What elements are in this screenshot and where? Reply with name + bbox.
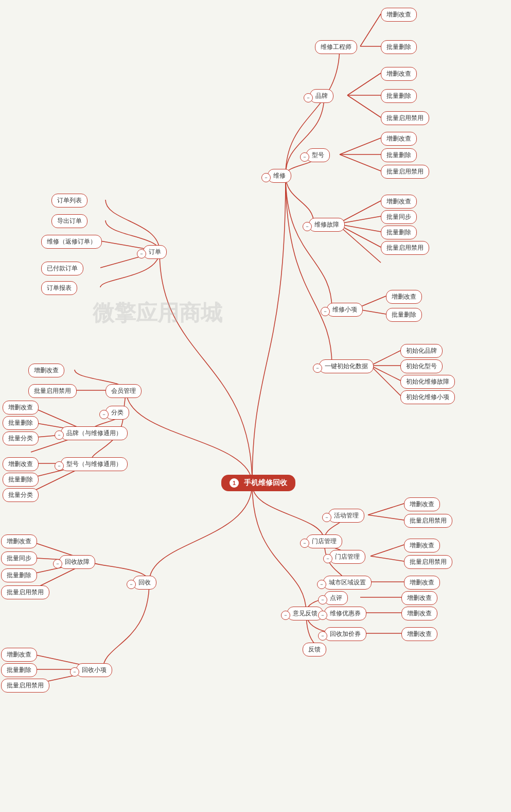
collapse-xh-weixiu[interactable]: － (55, 461, 64, 471)
leaf-hsgz-4[interactable]: 批量启用禁用 (1, 585, 49, 599)
node-weixiu[interactable]: 维修 (268, 169, 291, 183)
collapse-youhuiquan[interactable]: － (318, 611, 327, 620)
leaf-wxgz-3[interactable]: 批量删除 (381, 226, 417, 239)
leaf-cs-1[interactable]: 增删改查 (404, 576, 440, 590)
leaf-pp-1[interactable]: 增删改查 (381, 67, 417, 81)
collapse-mendian-sub[interactable]: － (323, 554, 332, 563)
node-fankui-label: 反馈 (303, 643, 326, 656)
leaf-init-2[interactable]: 初始化型号 (400, 359, 443, 373)
node-gongchengshi-label: 维修工程师 (315, 40, 357, 54)
node-mendian-sub[interactable]: 门店管理 (329, 550, 365, 564)
leaf-md-1[interactable]: 增删改查 (404, 539, 440, 552)
node-gongchengshi[interactable]: 维修工程师 (315, 40, 357, 54)
node-pp-weixiu-label: 品牌（与维修通用） (61, 426, 128, 440)
node-pp-weixiu[interactable]: 品牌（与维修通用） (61, 426, 128, 440)
leaf-wxxiang-2[interactable]: 批量删除 (386, 308, 422, 322)
leaf-xh-3[interactable]: 批量启用禁用 (381, 165, 429, 179)
leaf-wxgz-2[interactable]: 批量同步 (381, 210, 417, 224)
leaf-xhwx-1[interactable]: 增删改查 (3, 457, 39, 471)
collapse-huishou[interactable]: － (127, 580, 136, 589)
node-fenlei[interactable]: 分类 (105, 406, 129, 420)
leaf-md-2[interactable]: 批量启用禁用 (404, 555, 452, 569)
collapse-chengshi[interactable]: － (317, 580, 326, 589)
leaf-hy-2[interactable]: 批量启用禁用 (28, 384, 77, 398)
collapse-huishouxiaoxiang[interactable]: － (70, 667, 79, 677)
collapse-fenlei[interactable]: － (99, 410, 109, 419)
leaf-hsgz-1[interactable]: 增删改查 (1, 534, 37, 548)
collapse-yijian[interactable]: － (281, 611, 290, 620)
leaf-ppwx-1[interactable]: 增删改查 (3, 401, 39, 414)
leaf-ppwx-2[interactable]: 批量删除 (3, 416, 39, 430)
root-node[interactable]: 1 手机维修回收 (221, 475, 295, 491)
leaf-hd-2[interactable]: 批量启用禁用 (404, 514, 452, 528)
node-dingdan[interactable]: 订单 (143, 245, 167, 259)
leaf-hsxx-2[interactable]: 批量删除 (1, 663, 37, 677)
node-jiajia[interactable]: 回收加价券 (324, 627, 366, 641)
node-weixiuxiaoxiang[interactable]: 维修小项 (327, 303, 363, 317)
node-chushihua[interactable]: 一键初始化数据 (319, 359, 374, 373)
collapse-dingdan[interactable]: － (137, 249, 146, 258)
node-weixiuguzhang-label: 维修故障 (309, 218, 345, 232)
root-label: 手机维修回收 (244, 478, 287, 487)
collapse-jiajia[interactable]: － (318, 631, 327, 641)
leaf-dd-3[interactable]: 维修（返修订单） (41, 235, 102, 249)
leaf-xh-1[interactable]: 增删改查 (381, 132, 417, 146)
leaf-pp-3[interactable]: 批量启用禁用 (381, 111, 429, 125)
leaf-pp-2[interactable]: 批量删除 (381, 89, 417, 103)
leaf-wxgz-1[interactable]: 增删改查 (381, 195, 417, 209)
leaf-ppwx-3[interactable]: 批量分类 (3, 431, 39, 445)
leaf-gcs-2[interactable]: 批量删除 (381, 40, 417, 54)
node-xinghao[interactable]: 型号 (306, 148, 330, 162)
collapse-mendian[interactable]: － (300, 539, 309, 548)
leaf-dd-2[interactable]: 导出订单 (51, 214, 87, 228)
leaf-jjq-1[interactable]: 增删改查 (401, 627, 437, 641)
leaf-hsgz-2[interactable]: 批量同步 (1, 551, 37, 565)
leaf-init-4[interactable]: 初始化维修小项 (400, 390, 455, 404)
leaf-init-1[interactable]: 初始化品牌 (400, 344, 443, 358)
leaf-dp-1[interactable]: 增删改查 (401, 591, 437, 605)
node-fankui[interactable]: 反馈 (303, 643, 326, 656)
leaf-yhq-1[interactable]: 增删改查 (401, 607, 437, 620)
collapse-weixiuxiaoxiang[interactable]: － (321, 307, 330, 316)
node-huishou-label: 回收 (133, 576, 156, 590)
leaf-hsxx-3[interactable]: 批量启用禁用 (1, 679, 49, 693)
collapse-pp-weixiu[interactable]: － (55, 430, 64, 440)
leaf-wxxiang-1[interactable]: 增删改查 (386, 290, 422, 304)
leaf-gcs-1[interactable]: 增删改查 (381, 8, 417, 22)
node-huodong[interactable]: 活动管理 (328, 509, 364, 523)
leaf-xhwx-2[interactable]: 批量删除 (3, 473, 39, 487)
node-mendian-sub-label: 门店管理 (329, 550, 365, 564)
leaf-hsxx-1[interactable]: 增删改查 (1, 648, 37, 662)
collapse-dianping[interactable]: － (318, 595, 327, 604)
leaf-dd-1[interactable]: 订单列表 (51, 194, 87, 208)
node-jiajia-label: 回收加价券 (324, 627, 366, 641)
node-huishouguzhang[interactable]: 回收故障 (59, 555, 95, 569)
node-huishouxiaoxiang[interactable]: 回收小项 (76, 663, 112, 677)
node-mendian-main[interactable]: 门店管理 (306, 534, 342, 548)
leaf-hsgz-3[interactable]: 批量删除 (1, 568, 37, 582)
node-weixiuguzhang[interactable]: 维修故障 (309, 218, 345, 232)
node-youhuiquan-label: 维修优惠券 (324, 607, 366, 620)
leaf-xhwx-3[interactable]: 批量分类 (3, 488, 39, 502)
node-youhuiquan[interactable]: 维修优惠券 (324, 607, 366, 620)
leaf-dd-5[interactable]: 订单报表 (41, 281, 77, 295)
leaf-dd-4[interactable]: 已付款订单 (41, 262, 83, 275)
collapse-huodong[interactable]: － (322, 513, 331, 522)
leaf-hy-1[interactable]: 增删改查 (28, 364, 64, 377)
node-pinpai[interactable]: 品牌 (310, 89, 333, 103)
collapse-chushihua[interactable]: － (313, 364, 322, 373)
collapse-huishouguzhang[interactable]: － (53, 559, 62, 568)
node-xh-weixiu[interactable]: 型号（与维修通用） (61, 457, 128, 471)
collapse-pinpai[interactable]: － (304, 93, 313, 102)
leaf-xh-2[interactable]: 批量删除 (381, 148, 417, 162)
collapse-weixiu[interactable]: － (261, 173, 271, 182)
node-huiyuan[interactable]: 会员管理 (105, 384, 142, 398)
leaf-hd-1[interactable]: 增删改查 (404, 497, 440, 511)
node-dianping[interactable]: 点评 (324, 591, 348, 605)
leaf-wxgz-4[interactable]: 批量启用禁用 (381, 241, 429, 255)
collapse-weixiuguzhang[interactable]: － (303, 222, 312, 231)
node-huishou[interactable]: 回收 (133, 576, 156, 590)
leaf-init-3[interactable]: 初始化维修故障 (400, 375, 455, 389)
node-chengshi[interactable]: 城市区域设置 (323, 576, 372, 590)
collapse-xinghao[interactable]: － (300, 152, 309, 162)
